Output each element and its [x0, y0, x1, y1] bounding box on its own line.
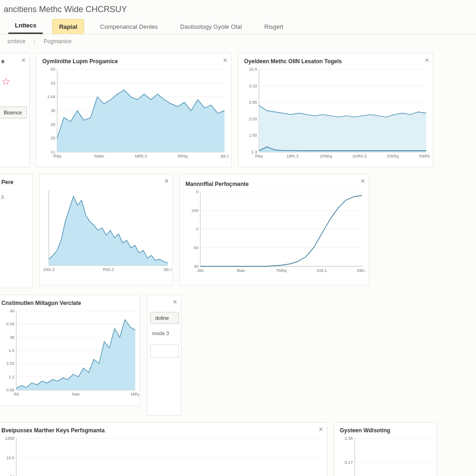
svg-text:43: 43	[51, 81, 55, 86]
main-tabs: Lnttecs Rapial Compenancal Denles Dastis…	[0, 18, 476, 34]
svg-text:35: 35	[51, 108, 55, 113]
title-c1: Oymlinithe Lupm Progamice	[37, 53, 231, 66]
subtab-smtece[interactable]: smtece	[7, 38, 26, 45]
card-c8: Gysteen Wdlsoting 0.10.50.030.172.38Miat…	[334, 422, 437, 476]
divider: |	[34, 38, 35, 45]
card-c6: Cnstimutlen Miitagun Verclate 0.061.22.0…	[0, 295, 140, 406]
title-c3: Pere	[0, 174, 32, 187]
svg-text:1ttRi.3: 1ttRi.3	[286, 154, 298, 159]
svg-text:60: 60	[194, 245, 198, 250]
title-c8: Gysteen Wdlsoting	[334, 423, 436, 436]
svg-text:16.5: 16.5	[249, 67, 257, 72]
svg-text:1NR9.3: 1NR9.3	[352, 154, 367, 159]
tab-lnttecs[interactable]: Lnttecs	[8, 18, 43, 34]
svg-text:25: 25	[51, 122, 55, 127]
svg-text:R9q: R9q	[53, 154, 61, 159]
sub-tabs: smtece | Pogmanice	[0, 34, 476, 48]
svg-text:0: 0	[196, 190, 198, 194]
svg-text:240: 240	[192, 208, 198, 213]
card-side-1: × e ☆ Bisence	[0, 53, 30, 167]
svg-text:10.5: 10.5	[6, 456, 14, 460]
chart-c5: 406002400JttnIttaeTttthq1tt9.129ti.3	[180, 189, 369, 280]
svg-text:1.64: 1.64	[47, 94, 55, 99]
close-icon[interactable]: ×	[173, 298, 177, 306]
svg-text:R9q: R9q	[255, 154, 263, 159]
svg-text:1tt9.1: 1tt9.1	[317, 268, 327, 273]
svg-text:Jt9.1: Jt9.1	[220, 154, 228, 159]
svg-text:2.38: 2.38	[344, 436, 353, 441]
card-c5: × Mannnffial Perfoçmante 406002400JttnIt…	[179, 174, 369, 285]
svg-text:Rthtq: Rthtq	[178, 154, 188, 159]
page-title: ancitiens Methc Wide CHCRSUY	[0, 0, 476, 18]
svg-text:Rti: Rti	[14, 392, 19, 397]
close-icon[interactable]: ×	[425, 56, 429, 65]
close-icon[interactable]: ×	[223, 56, 227, 65]
svg-text:40: 40	[10, 309, 14, 313]
card-c4: × 190i.2Rt0i.338i.3	[39, 174, 173, 285]
tab-compenancal[interactable]: Compenancal Denles	[93, 20, 164, 34]
svg-text:1.2: 1.2	[8, 375, 14, 379]
bisence-button[interactable]: Bisence	[0, 106, 27, 119]
svg-text:0.17: 0.17	[344, 460, 353, 465]
mode-label: mode 3	[150, 329, 179, 338]
svg-text:Nae: Nae	[72, 392, 80, 397]
svg-text:0: 0	[196, 227, 198, 231]
card-c1: × Oymlinithe Lupm Progamice 112025351.64…	[36, 53, 231, 167]
svg-text:Rt0i.3: Rt0i.3	[103, 267, 114, 272]
card-side-3: × doline mode 3	[147, 295, 181, 416]
dashboard-grid: × e ☆ Bisence × Oymlinithe Lupm Progamic…	[0, 48, 476, 476]
close-icon[interactable]: ×	[165, 177, 169, 185]
svg-text:Rattn: Rattn	[94, 154, 104, 159]
svg-text:60: 60	[51, 67, 55, 72]
yticks-c3: 1.5 1 3 2	[0, 187, 32, 265]
svg-text:2.85: 2.85	[249, 100, 257, 105]
title-c6: Cnstimutlen Miitagun Verclate	[0, 295, 140, 308]
star-icon: ☆	[0, 66, 29, 88]
svg-text:38i.3: 38i.3	[163, 267, 172, 272]
chart-c2: 1.31.652.032.853.0216.5R9q1ttRi.31Rttbq1…	[238, 66, 433, 166]
svg-text:3.02: 3.02	[249, 84, 257, 88]
svg-text:1300: 1300	[5, 436, 14, 441]
svg-text:0.06: 0.06	[6, 388, 14, 392]
svg-text:ZWRq: ZWRq	[387, 154, 399, 159]
svg-text:1.5: 1.5	[8, 348, 14, 353]
input-box[interactable]	[150, 344, 179, 357]
tab-rapial[interactable]: Rapial	[52, 19, 84, 34]
svg-text:Mthy: Mthy	[131, 392, 139, 397]
svg-text:Tttthq: Tttthq	[276, 268, 286, 273]
chart-c8: 0.10.50.030.172.38Miatt.18Miatn.18Mialt.…	[334, 436, 436, 476]
title-c5	[180, 174, 369, 181]
svg-text:0.06: 0.06	[6, 322, 14, 326]
close-icon[interactable]: ×	[361, 177, 365, 185]
title-c5b: Mannnffial Perfoçmante	[180, 181, 369, 189]
close-icon[interactable]: ×	[21, 56, 26, 65]
chart-c7: 08022.532410.51300Ttt8.231tt6.181tt6.3.3…	[0, 436, 327, 476]
title-c2: Oyeldeen Methc OIIN Lesaton Togels	[238, 53, 433, 66]
close-icon[interactable]: ×	[319, 425, 323, 434]
tab-risgert[interactable]: Risgert	[258, 20, 290, 34]
svg-text:1.65: 1.65	[249, 133, 257, 138]
card-c7: × Bveipussex Marther Keys Perfsgmanta 08…	[0, 422, 327, 476]
svg-text:MtRi.3: MtRi.3	[135, 154, 147, 159]
svg-text:38: 38	[10, 335, 14, 340]
title-c7: Bveipussex Marther Keys Perfsgmanta	[0, 423, 327, 436]
card-c2: × Oyeldeen Methc OIIN Lesaton Togels 1.3…	[238, 53, 433, 167]
svg-text:29ti.3: 29ti.3	[357, 268, 366, 273]
svg-text:20: 20	[51, 136, 55, 140]
svg-text:2.03: 2.03	[6, 361, 14, 366]
subtab-pogmanice[interactable]: Pogmanice	[44, 38, 72, 45]
svg-text:190i.2: 190i.2	[43, 267, 54, 272]
tab-dastisotogy[interactable]: Dastisotogy Gyole Otal	[174, 20, 249, 34]
chart-c6: 0.061.22.031.5380.0640RtiNaeMthy	[0, 308, 140, 404]
chart-c1: 112025351.644360R9qRattnMtRi.3RthtqJt9.1	[37, 66, 231, 166]
chart-c4: 190i.2Rt0i.338i.3	[40, 174, 172, 279]
card-c3: Pere 1.5 1 3 2	[0, 174, 33, 288]
doline-button[interactable]: doline	[150, 312, 179, 324]
svg-text:Ittae: Ittae	[237, 268, 245, 273]
svg-text:RttR5.3: RttR5.3	[419, 154, 430, 159]
svg-text:Jttn: Jttn	[197, 268, 204, 273]
svg-text:2.03: 2.03	[249, 117, 257, 121]
svg-text:1Rttbq: 1Rttbq	[320, 154, 332, 159]
